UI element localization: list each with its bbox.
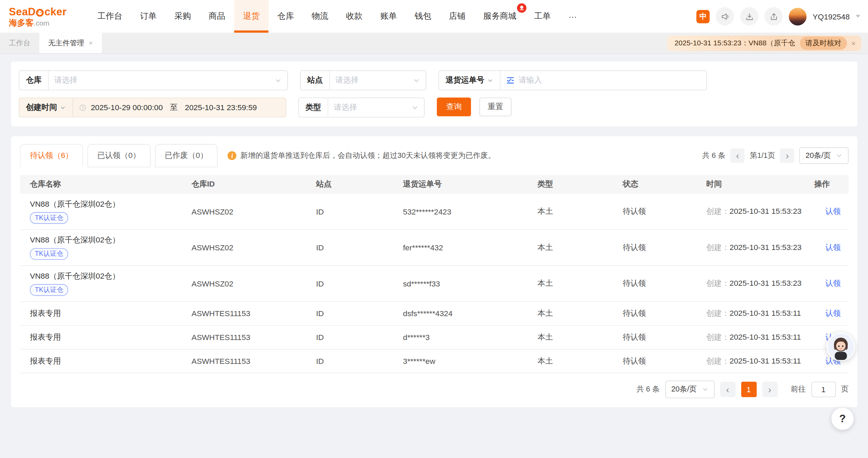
status-tab[interactable]: 已作废（0）	[155, 144, 218, 167]
download-button[interactable]	[740, 7, 759, 26]
nav-item-label: 商品	[209, 11, 225, 21]
top-pagination: 共 6 条 第1/1页 20条/页	[702, 147, 849, 164]
created-time: 创建：2025-10-31 15:53:11	[696, 333, 804, 342]
column-header: 站点	[306, 179, 393, 189]
megaphone-icon	[720, 12, 729, 21]
nav-item[interactable]: 账单	[371, 0, 406, 33]
page-size-select[interactable]: 20条/页	[665, 381, 714, 398]
site-code: ID	[306, 207, 393, 216]
current-page-button[interactable]: 1	[741, 382, 756, 397]
notice-text: 2025-10-31 15:53:23：VN88（原千仓	[674, 38, 795, 48]
nav-item[interactable]: 工作台	[89, 0, 131, 33]
search-button[interactable]: 查询	[437, 98, 471, 116]
claim-link[interactable]: 认领	[825, 242, 841, 251]
claim-link[interactable]: 认领	[825, 309, 841, 317]
return-type: 本土	[528, 356, 613, 366]
site-select[interactable]: 站点 请选择	[300, 70, 426, 90]
page-tab-workbench[interactable]: 工作台	[0, 33, 39, 53]
warehouse-tk-tag: TK认证仓	[30, 212, 68, 224]
created-time: 创建：2025-10-31 15:53:23	[696, 207, 804, 217]
notice-action-pill[interactable]: 请及时核对	[800, 36, 847, 49]
table-row: VN88（原千仓深圳02仓） TK认证仓 ASWHSZ02 ID sd*****…	[20, 266, 849, 302]
status-text: 待认领	[613, 242, 696, 252]
warehouse-name: 报表专用	[30, 333, 177, 342]
prev-page-button[interactable]	[720, 382, 735, 397]
assistant-girl-icon	[827, 334, 854, 360]
date-range-picker[interactable]: 2025-10-29 00:00:00 至 2025-10-31 23:59:5…	[73, 98, 286, 117]
nav-item[interactable]: 退货	[234, 0, 269, 33]
warehouse-select[interactable]: 仓库 请选择	[19, 70, 288, 90]
filter-panel: 仓库 请选择 站点 请选择 退货运单号	[11, 61, 857, 126]
table-body: VN88（原千仓深圳02仓） TK认证仓 ASWHSZ02 ID 532****…	[20, 194, 849, 373]
nav-item[interactable]: 订单	[131, 0, 166, 33]
prev-page-button[interactable]	[730, 148, 745, 163]
brand-name-right: cker	[44, 6, 66, 18]
logo-face-icon	[36, 9, 44, 16]
claim-link[interactable]: 认领	[825, 279, 841, 287]
info-icon	[228, 151, 237, 160]
next-page-button[interactable]	[780, 148, 794, 163]
warehouse-tk-tag: TK认证仓	[30, 248, 68, 260]
return-type: 本土	[528, 242, 613, 252]
user-avatar[interactable]	[789, 8, 807, 25]
tracking-field-select[interactable]: 退货运单号	[439, 71, 500, 90]
nav-item-label: 物流	[311, 11, 328, 21]
warehouse-id: ASWHTES11153	[182, 333, 306, 342]
nav-item[interactable]: 工单	[525, 0, 560, 33]
warehouse-tk-tag: TK认证仓	[30, 284, 68, 296]
tab-close-icon[interactable]	[89, 39, 93, 47]
status-tab[interactable]: 待认领（6）	[20, 144, 83, 167]
page-tab-unclaimed-mgmt[interactable]: 无主件管理	[39, 33, 102, 53]
status-text: 待认领	[613, 279, 696, 289]
nav-item[interactable]: 仓库	[269, 0, 303, 33]
nav-item[interactable]: 服务商城	[474, 0, 525, 33]
page-tab-strip: 工作台 无主件管理 2025-10-31 15:53:23：VN88（原千仓 请…	[0, 33, 868, 54]
nav-item-label: 店铺	[449, 11, 466, 21]
warehouse-name: VN88（原千仓深圳02仓）	[30, 271, 177, 281]
column-header: 类型	[528, 179, 613, 189]
claim-link[interactable]: 认领	[825, 207, 841, 216]
list-toolbar: 待认领（6） 已认领（0） 已作废（0） 新增的退货单推送到仓库后，会自动认领；…	[20, 144, 849, 167]
table-row: 报表专用 ASWHTES11153 ID dsfs******4324 本土 待…	[20, 302, 849, 326]
notice-close-icon[interactable]	[851, 39, 856, 47]
username[interactable]: YQ192548	[813, 12, 850, 21]
created-time-field-select[interactable]: 创建时间	[19, 98, 73, 117]
nav-item[interactable]: 钱包	[406, 0, 440, 33]
share-button[interactable]	[764, 7, 783, 26]
tracking-input[interactable]: 请输入	[500, 71, 706, 90]
tracking-number: d******3	[393, 333, 528, 342]
reset-button[interactable]: 重置	[479, 98, 512, 116]
assistant-avatar-button[interactable]	[826, 333, 855, 361]
returns-list-panel: 待认领（6） 已认领（0） 已作废（0） 新增的退货单推送到仓库后，会自动认领；…	[11, 136, 857, 407]
site-label: 站点	[301, 71, 330, 90]
type-select[interactable]: 类型 请选择	[298, 98, 424, 117]
chevron-down-icon	[411, 104, 418, 111]
next-page-button[interactable]	[762, 382, 777, 397]
nav-item[interactable]: 店铺	[440, 0, 474, 33]
status-tab[interactable]: 已认领（0）	[87, 144, 150, 167]
table-row: 报表专用 ASWHTES11153 ID d******3 本土 待认领 创建：…	[20, 326, 849, 350]
announcement-button[interactable]	[716, 7, 734, 26]
user-menu-caret-icon[interactable]	[856, 15, 860, 18]
nav-item-label: 收款	[346, 11, 363, 21]
return-type: 本土	[528, 207, 613, 217]
return-type: 本土	[528, 309, 613, 319]
goto-page-input[interactable]: 1	[811, 382, 835, 397]
nav-item[interactable]: ···	[560, 0, 585, 33]
nav-item[interactable]: 采购	[166, 0, 200, 33]
tracking-number: 3******ew	[393, 357, 528, 366]
download-icon	[745, 12, 754, 21]
nav-item[interactable]: 物流	[303, 0, 337, 33]
brand-logo[interactable]: SeaDcker 海多客.com	[9, 0, 74, 33]
help-button[interactable]	[832, 408, 854, 430]
language-icon[interactable]: 中	[696, 10, 710, 23]
site-code: ID	[306, 279, 393, 288]
nav-item[interactable]: 收款	[337, 0, 371, 33]
status-text: 待认领	[613, 207, 696, 217]
top-bar-actions: 中 YQ192548	[696, 0, 860, 33]
tracking-number-filter: 退货运单号 请输入	[438, 70, 707, 90]
warehouse-id: ASWHTES11153	[182, 309, 306, 318]
page-size-select[interactable]: 20条/页	[800, 147, 849, 164]
warehouse-name: 报表专用	[30, 309, 177, 319]
nav-item[interactable]: 商品	[200, 0, 234, 33]
